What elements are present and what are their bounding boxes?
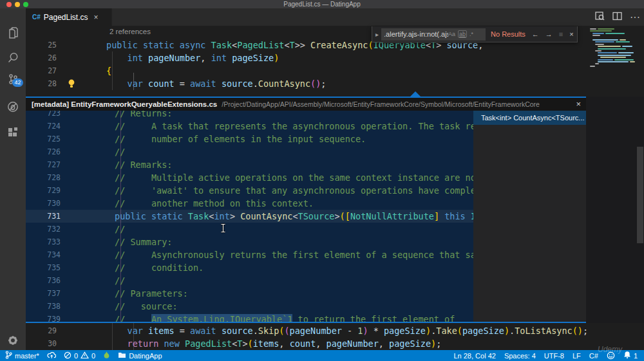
sidebar-item-explorer[interactable]: [0, 21, 26, 47]
code-line-738[interactable]: 738 // source:: [26, 300, 473, 313]
line-number[interactable]: 27: [26, 64, 57, 77]
minimap-line: [600, 57, 626, 58]
code-line-723[interactable]: 723 // Returns:: [26, 111, 473, 120]
encoding-status[interactable]: UTF-8: [544, 352, 564, 360]
line-number[interactable]: 730: [26, 197, 61, 210]
minimap-line: [595, 41, 614, 42]
toggle-replace-icon[interactable]: ▸: [375, 31, 379, 38]
close-tab-icon[interactable]: ×: [94, 13, 99, 22]
eol-status[interactable]: LF: [573, 352, 581, 360]
line-number[interactable]: 30: [26, 337, 57, 350]
close-peek-icon[interactable]: ×: [574, 98, 583, 111]
peek-result-item[interactable]: Task<int> CountAsync<TSourc...: [473, 111, 586, 125]
editor-background: [586, 97, 644, 323]
find-in-selection-icon[interactable]: ≡: [559, 30, 563, 38]
code-line-731[interactable]: 731 public static Task<int> CountAsync<T…: [26, 210, 473, 223]
code-line-27[interactable]: 27 {: [26, 64, 644, 77]
line-number[interactable]: 732: [26, 223, 61, 236]
line-number[interactable]: 26: [26, 51, 57, 64]
code-line-727[interactable]: 727 // Remarks:: [26, 158, 473, 171]
language-mode-status[interactable]: C#: [589, 352, 598, 360]
gear-icon: [6, 334, 19, 349]
peek-results-list[interactable]: Task<int> CountAsync<TSourc...: [473, 111, 586, 322]
open-changes-icon[interactable]: [595, 12, 605, 23]
regex-icon[interactable]: .*: [469, 31, 473, 37]
code-line-30[interactable]: 30 return new PagedList<T>(items, count,…: [26, 337, 644, 350]
scrollbar-slider[interactable]: [637, 147, 643, 243]
indentation-status[interactable]: Spaces: 4: [504, 352, 536, 360]
code-line-728[interactable]: 728 // Multiple active operations on the…: [26, 171, 473, 184]
line-number[interactable]: 738: [26, 300, 61, 313]
whole-word-icon[interactable]: ab: [458, 30, 467, 38]
errors-count: 0: [74, 352, 78, 360]
editor-bottom[interactable]: 29 var items = await source.Skip((pageNu…: [26, 323, 644, 350]
code-line-724[interactable]: 724 // A task that represents the asynch…: [26, 120, 473, 133]
lightbulb-icon[interactable]: [67, 79, 76, 91]
code-line-730[interactable]: 730 // another method on this context.: [26, 197, 473, 210]
line-number[interactable]: 729: [26, 184, 61, 197]
problems-status[interactable]: 0 0: [64, 351, 95, 360]
close-find-icon[interactable]: ×: [569, 30, 573, 38]
code-line-29[interactable]: 29 var items = await source.Skip((pageNu…: [26, 324, 644, 337]
minimap-line: [614, 59, 634, 60]
peek-editor[interactable]: 723 // Returns:724 // A task that repres…: [26, 111, 473, 322]
peek-header[interactable]: [metadata] EntityFrameworkQueryableExten…: [26, 98, 586, 111]
match-case-icon[interactable]: Aa: [448, 31, 455, 37]
split-editor-icon[interactable]: [612, 12, 622, 23]
line-number[interactable]: 739: [26, 313, 61, 322]
branch-label: master*: [15, 352, 39, 360]
code-line-26[interactable]: 26 int pageNumber, int pageSize): [26, 51, 644, 64]
code-line-28[interactable]: 28 var count = await source.CountAsync()…: [26, 77, 644, 90]
line-number[interactable]: 25: [26, 39, 57, 51]
cursor-position-status[interactable]: Ln 28, Col 42: [453, 352, 495, 360]
workspace-status[interactable]: DatingApp: [118, 351, 162, 360]
sidebar-item-extensions[interactable]: [0, 121, 26, 147]
tab-pagedlist[interactable]: C# PagedList.cs ×: [26, 8, 112, 26]
codelens-references[interactable]: 2 references: [109, 28, 151, 35]
previous-match-icon[interactable]: ←: [532, 30, 539, 38]
line-number[interactable]: 731: [26, 210, 61, 223]
line-number[interactable]: 29: [26, 324, 57, 337]
source-control-badge: 42: [12, 79, 23, 87]
notifications-bell[interactable]: 1: [623, 351, 638, 360]
code-line-735[interactable]: 735 // condition.: [26, 261, 473, 274]
code-line-729[interactable]: 729 // 'await' to ensure that any asynch…: [26, 184, 473, 197]
line-number[interactable]: 737: [26, 287, 61, 300]
next-match-icon[interactable]: →: [545, 30, 553, 38]
search-input[interactable]: [381, 30, 448, 38]
line-number[interactable]: 735: [26, 261, 61, 274]
sidebar-item-debug[interactable]: [0, 95, 26, 121]
line-number[interactable]: 733: [26, 236, 61, 248]
search-field[interactable]: Aa ab .*: [381, 28, 486, 41]
code-line-737[interactable]: 737 // Parameters:: [26, 287, 473, 300]
git-branch-status[interactable]: master*: [5, 351, 39, 360]
publish-button[interactable]: [47, 351, 56, 360]
code-line-734[interactable]: 734 // Asynchronously returns the first …: [26, 248, 473, 261]
more-actions-icon[interactable]: ···: [630, 12, 640, 23]
code-line-732[interactable]: 732 //: [26, 223, 473, 236]
vscode-window: PagedList.cs — DatingApp 42 C# PagedList…: [0, 0, 644, 361]
code-line-739[interactable]: 739 // An System.Linq.IQueryable`1 to re…: [26, 313, 473, 322]
minimap-line: [598, 61, 629, 62]
notification-count: 1: [634, 352, 638, 360]
search-results-status: No Results: [491, 30, 526, 38]
line-number[interactable]: 726: [26, 145, 61, 158]
code-line-726[interactable]: 726 //: [26, 145, 473, 158]
line-number[interactable]: 28: [26, 77, 57, 90]
code-line-733[interactable]: 733 // Summary:: [26, 236, 473, 248]
activity-bar: 42: [0, 8, 26, 350]
code-line-725[interactable]: 725 // number of elements in the input s…: [26, 133, 473, 145]
line-number[interactable]: 723: [26, 111, 61, 120]
line-number[interactable]: 728: [26, 171, 61, 184]
live-server-status[interactable]: [103, 351, 110, 360]
minimap[interactable]: [590, 28, 636, 106]
feedback-smiley-icon[interactable]: [607, 351, 615, 360]
line-number[interactable]: 724: [26, 120, 61, 133]
line-number[interactable]: 736: [26, 274, 61, 287]
code-line-736[interactable]: 736 //: [26, 274, 473, 287]
tab-label: PagedList.cs: [44, 13, 88, 22]
title-bar: PagedList.cs — DatingApp: [0, 0, 644, 8]
line-number[interactable]: 727: [26, 158, 61, 171]
line-number[interactable]: 734: [26, 248, 61, 261]
line-number[interactable]: 725: [26, 133, 61, 145]
